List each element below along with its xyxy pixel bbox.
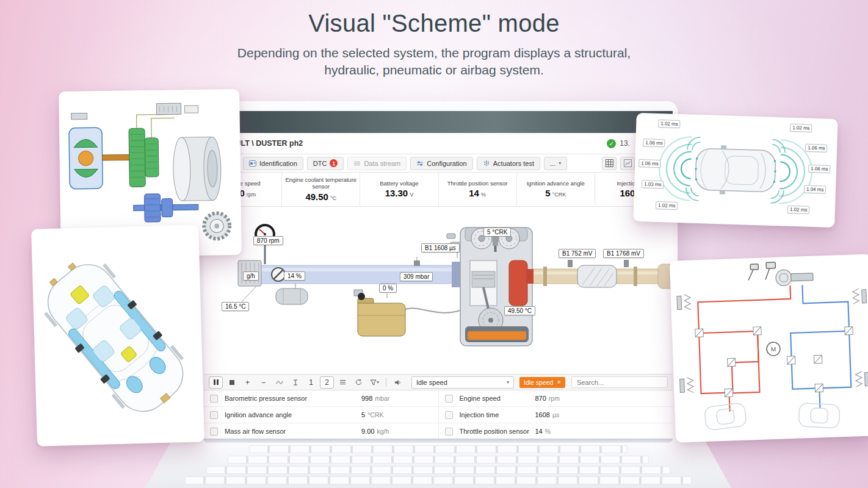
- chevron-down-icon: ▾: [377, 379, 379, 385]
- row-checkbox[interactable]: [445, 411, 453, 419]
- parameter-name: Injection time: [460, 411, 535, 418]
- table-column-left: Barometric pressure sensor 998mbar Ignit…: [204, 390, 438, 440]
- laptop-hinge: [204, 439, 673, 443]
- tab-more[interactable]: ... ▾: [544, 157, 567, 170]
- keyboard-row: [249, 445, 627, 453]
- tab-bar: Identification DTC 1 Data stream Configu…: [204, 154, 673, 173]
- scheme-canvas: 870 rpm g/h 14 % 309 mbar B1 1608 µs 5 °…: [204, 207, 673, 374]
- ignition-label: 5 °CRK: [483, 228, 511, 237]
- parameter-unit: kg/h: [377, 428, 389, 435]
- stop-button[interactable]: [225, 376, 239, 389]
- app-chrome-bar: [204, 111, 673, 133]
- hero-section: Visual "Scheme" mode Depending on the se…: [0, 10, 868, 78]
- sensor-time-label: 1.06 ms: [643, 138, 665, 147]
- sound-button[interactable]: [391, 376, 405, 389]
- sensor-card-coolant-temp[interactable]: Engine coolant temperature sensor 49.50°…: [282, 173, 360, 206]
- table-row[interactable]: Barometric pressure sensor 998mbar: [204, 390, 438, 407]
- curves-button[interactable]: [272, 376, 286, 389]
- sensor-time-label: 1.06 ms: [805, 144, 828, 152]
- row-checkbox[interactable]: [445, 395, 453, 403]
- pause-icon: [214, 379, 219, 385]
- grid-icon: [606, 159, 613, 167]
- table-row[interactable]: Ignition advance angle 5°CRK: [204, 407, 438, 423]
- hydraulic-diagram: M: [670, 254, 868, 442]
- sensor-card-ignition-advance[interactable]: Ignition advance angle 5°CRK: [517, 173, 595, 206]
- parameter-value: 9.00kg/h: [361, 428, 389, 435]
- refresh-icon: [355, 379, 363, 386]
- tab-actuators-test[interactable]: Actuators test: [477, 157, 540, 170]
- parameter-value: 5°CRK: [361, 411, 384, 418]
- sensor-time-label: 1.06 ms: [638, 159, 661, 168]
- close-icon[interactable]: ×: [557, 379, 560, 386]
- view-switcher: [602, 157, 635, 170]
- list-button[interactable]: [336, 376, 350, 389]
- sensor-time-label: 1.02 ms: [787, 206, 810, 214]
- parameter-name: Engine speed: [460, 395, 535, 402]
- keyboard-row: [206, 466, 670, 474]
- sensor-time-label: 1.04 ms: [804, 185, 826, 194]
- iat-label: 16.5 °C: [222, 302, 249, 311]
- throttle-label: 14 %: [284, 271, 305, 281]
- table-row[interactable]: Injection time 1608µs: [439, 407, 673, 423]
- tab-configuration[interactable]: Configuration: [410, 157, 472, 170]
- parameter-unit: µs: [552, 411, 559, 418]
- gear-icon: [483, 160, 490, 167]
- sensor-time-label: 1.02 ms: [656, 201, 678, 210]
- map-label: 309 mbar: [400, 272, 433, 281]
- tank-level-label: 0 %: [379, 284, 397, 293]
- filter-button[interactable]: ▾: [367, 376, 382, 389]
- row-checkbox[interactable]: [210, 411, 218, 419]
- row-checkbox[interactable]: [210, 395, 218, 403]
- search-input[interactable]: [571, 376, 668, 388]
- sensor-card-battery-voltage[interactable]: Battery voltage 13.30V: [360, 173, 438, 206]
- parameter-tag[interactable]: Idle speed ×: [519, 377, 565, 388]
- row-checkbox[interactable]: [445, 428, 453, 436]
- parameter-value: 870rpm: [535, 395, 560, 402]
- maf-label: g/h: [243, 271, 259, 281]
- app-titlebar: RENAULT \ DUSTER ph2 ✓ 13.: [204, 133, 673, 154]
- session-time: 13.: [620, 139, 630, 148]
- chart-view-button[interactable]: [620, 157, 635, 170]
- card-parking-sensors: 1.02 ms 1.02 ms 1.06 ms 1.06 ms 1.06 ms …: [633, 113, 837, 228]
- refresh-button[interactable]: [352, 376, 366, 389]
- sensor-time-label: 1.06 ms: [808, 165, 831, 173]
- tab-data-stream[interactable]: Data stream: [347, 157, 407, 170]
- page-1-button[interactable]: 1: [304, 376, 318, 389]
- stop-icon: [230, 380, 234, 385]
- parameter-value: 14%: [535, 428, 551, 435]
- parameter-unit: rpm: [549, 395, 560, 402]
- table-row[interactable]: Throttle position sensor 14%: [439, 423, 673, 440]
- sensor-cards-row: Engine speed 870rpm Engine coolant tempe…: [204, 173, 673, 207]
- interval-button[interactable]: [288, 376, 302, 389]
- row-checkbox[interactable]: [210, 428, 218, 436]
- zoom-in-button[interactable]: +: [241, 376, 255, 389]
- parameter-table: Barometric pressure sensor 998mbar Ignit…: [204, 390, 673, 440]
- page: Visual "Scheme" mode Depending on the se…: [0, 0, 868, 488]
- sensor-time-label: 1.02 ms: [790, 124, 812, 132]
- page-2-button[interactable]: 2: [320, 376, 334, 389]
- sensor-card-throttle-position[interactable]: Throttle position sensor 14%: [439, 173, 517, 206]
- parameter-unit: mbar: [375, 395, 389, 402]
- zoom-out-button[interactable]: −: [256, 376, 270, 389]
- laptop-keyboard: [145, 440, 731, 488]
- table-row[interactable]: Engine speed 870rpm: [439, 390, 673, 407]
- sensor-time-label: 1.03 ms: [642, 180, 664, 188]
- toolbar-divider: [386, 378, 386, 387]
- page-subtitle: Depending on the selected system, the pr…: [0, 45, 868, 78]
- pause-button[interactable]: [209, 376, 223, 389]
- tab-identification[interactable]: Identification: [243, 157, 303, 170]
- list-icon: [339, 379, 346, 385]
- grid-view-button[interactable]: [602, 157, 617, 170]
- table-row[interactable]: Mass air flow sensor 9.00kg/h: [204, 423, 438, 440]
- connection-check-icon: ✓: [607, 139, 616, 148]
- titlebar-status: ✓ 13.: [607, 139, 630, 148]
- card-airbag: [31, 224, 204, 447]
- parameter-name: Mass air flow sensor: [225, 428, 361, 435]
- parameter-unit: °CRK: [367, 411, 383, 418]
- parameter-select[interactable]: Idle speed ▾: [411, 376, 514, 389]
- parameter-unit: %: [545, 428, 551, 435]
- sensor-time-label: 1.02 ms: [658, 120, 681, 128]
- id-card-icon: [249, 160, 256, 167]
- motor-label: M: [771, 346, 776, 353]
- tab-dtc[interactable]: DTC 1: [307, 157, 344, 170]
